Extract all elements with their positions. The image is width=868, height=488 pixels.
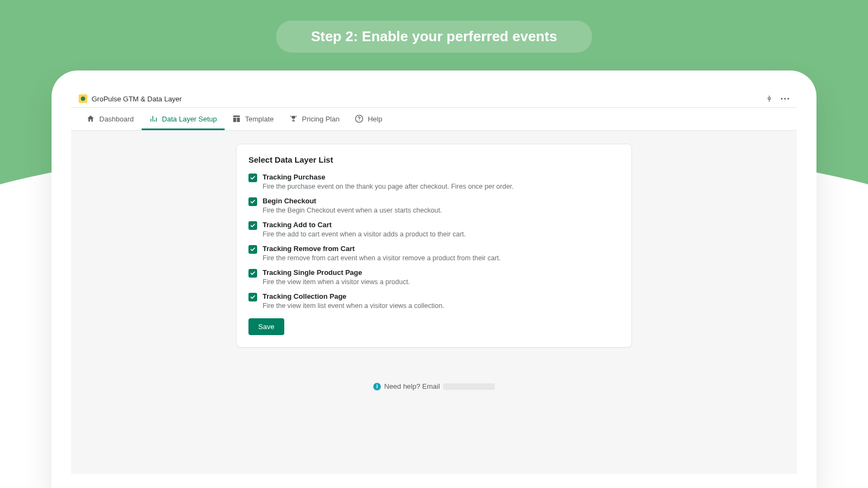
- app-window: GroPulse GTM & Data Layer DashboardData …: [71, 90, 797, 474]
- home-icon: [86, 114, 95, 123]
- event-row: Tracking Single Product PageFire the vie…: [248, 268, 620, 286]
- sliders-icon: [149, 114, 158, 123]
- app-header-actions: [765, 95, 789, 102]
- svg-point-0: [781, 98, 782, 99]
- tab-data-layer-setup[interactable]: Data Layer Setup: [142, 108, 225, 130]
- tab-pricing-plan[interactable]: Pricing Plan: [282, 108, 347, 130]
- event-checkbox[interactable]: [248, 293, 257, 301]
- tab-bar: DashboardData Layer SetupTemplatePricing…: [71, 108, 797, 131]
- event-row: Tracking Remove from CartFire the remove…: [248, 245, 620, 262]
- svg-point-4: [359, 120, 359, 121]
- app-logo-icon: [79, 94, 87, 103]
- tab-label: Pricing Plan: [302, 115, 340, 123]
- event-description: Fire the view item list event when a vis…: [263, 302, 444, 310]
- event-label: Tracking Add to Cart: [263, 221, 466, 229]
- event-text: Tracking PurchaseFire the purchase event…: [263, 173, 514, 190]
- tab-template[interactable]: Template: [225, 108, 282, 130]
- help-icon: [355, 114, 363, 123]
- tab-label: Dashboard: [99, 115, 134, 123]
- event-text: Tracking Single Product PageFire the vie…: [263, 268, 410, 286]
- event-checkbox[interactable]: [248, 174, 257, 182]
- event-label: Begin Checkout: [263, 197, 442, 205]
- event-label: Tracking Single Product Page: [263, 268, 410, 277]
- card-title: Select Data Layer List: [248, 155, 620, 164]
- event-description: Fire the purchase event on the thank you…: [263, 183, 514, 190]
- event-row: Begin CheckoutFire the Begin Checkout ev…: [248, 197, 620, 214]
- event-row: Tracking PurchaseFire the purchase event…: [248, 173, 620, 190]
- event-text: Tracking Remove from CartFire the remove…: [263, 245, 501, 262]
- event-row: Tracking Add to CartFire the add to cart…: [248, 221, 620, 238]
- tab-dashboard[interactable]: Dashboard: [79, 108, 142, 130]
- event-text: Tracking Collection PageFire the view it…: [263, 292, 444, 310]
- event-checkbox[interactable]: [248, 245, 257, 254]
- template-icon: [232, 114, 241, 123]
- help-footer: i Need help? Email: [373, 382, 495, 390]
- event-label: Tracking Collection Page: [263, 292, 444, 300]
- tab-help[interactable]: Help: [347, 108, 390, 130]
- event-description: Fire the add to cart event when a visito…: [263, 230, 466, 238]
- more-icon[interactable]: [781, 98, 789, 100]
- event-description: Fire the Begin Checkout event when a use…: [263, 207, 442, 214]
- app-header-left: GroPulse GTM & Data Layer: [79, 94, 182, 103]
- event-checkbox[interactable]: [248, 269, 257, 278]
- event-description: Fire the remove from cart event when a v…: [263, 254, 501, 262]
- tab-label: Help: [368, 115, 382, 123]
- email-placeholder: [443, 383, 495, 390]
- tab-label: Data Layer Setup: [162, 115, 217, 123]
- main-area: Select Data Layer List Tracking Purchase…: [71, 131, 797, 474]
- svg-point-1: [784, 98, 786, 99]
- app-header: GroPulse GTM & Data Layer: [71, 90, 797, 108]
- event-checkbox[interactable]: [248, 197, 257, 206]
- trophy-icon: [289, 114, 298, 123]
- tab-label: Template: [245, 115, 274, 123]
- data-layer-card: Select Data Layer List Tracking Purchase…: [236, 144, 632, 348]
- event-row: Tracking Collection PageFire the view it…: [248, 292, 620, 310]
- event-label: Tracking Purchase: [263, 173, 514, 181]
- event-label: Tracking Remove from Cart: [263, 245, 501, 253]
- event-text: Begin CheckoutFire the Begin Checkout ev…: [263, 197, 442, 214]
- app-title: GroPulse GTM & Data Layer: [92, 95, 182, 103]
- event-text: Tracking Add to CartFire the add to cart…: [263, 221, 466, 238]
- device-frame: GroPulse GTM & Data Layer DashboardData …: [52, 70, 816, 488]
- step-banner: Step 2: Enable your perferred events: [276, 21, 592, 53]
- event-checkbox[interactable]: [248, 221, 257, 230]
- help-text: Need help? Email: [384, 382, 440, 390]
- event-description: Fire the view item when a visitor views …: [263, 278, 410, 286]
- save-button[interactable]: Save: [248, 318, 284, 335]
- pin-icon[interactable]: [765, 95, 773, 102]
- info-icon: i: [373, 383, 381, 390]
- svg-point-2: [787, 98, 789, 99]
